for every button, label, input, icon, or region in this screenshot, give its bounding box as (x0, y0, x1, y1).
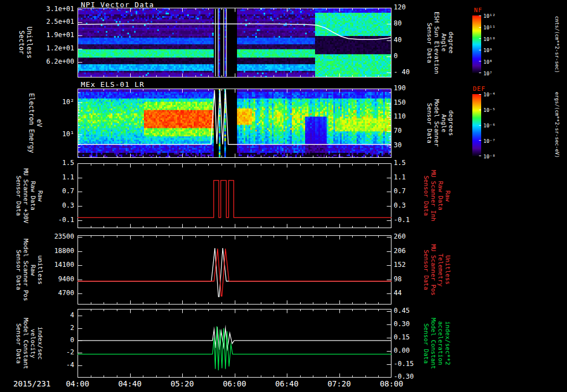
panel4-rtick-1: 206 (394, 247, 424, 255)
panel5-ytick-1: 2 (44, 324, 74, 332)
time-tick-1: 04:40 (114, 380, 147, 388)
panel2-ytick-1: 10¹ (44, 131, 74, 138)
panel2-right-label: Sensor Data Model Scanner Angle degrees (425, 89, 454, 158)
colorbar2-tick-3: 10⁻⁷ (483, 138, 496, 145)
panel1-ytick-4: 6.2e+00 (44, 58, 74, 65)
panel5-ytick-4: -4 (44, 362, 74, 369)
panel1-ytick-0: 3.1e+01 (44, 6, 74, 13)
panel3-ytick-0: 1.5 (44, 159, 74, 167)
panel4-ytick-2: 14100 (44, 261, 74, 269)
colorbar2-tick-1: 10⁻⁵ (483, 107, 496, 114)
colorbar1-label: NF (474, 7, 482, 14)
panel3-ytick-1: 1.1 (44, 174, 74, 181)
panel1-right-label: Sensor Data ESH Sun Elevation Angle degr… (425, 8, 454, 78)
panel5-ylabel: Sensor Data Model Constant velocity inde… (14, 309, 43, 378)
panel3-ylabel: Sensor Data MU Scanner +30V Raw Data Raw (14, 163, 43, 228)
panel1-ytick-3: 1.2e+01 (44, 45, 74, 52)
scanner-30v-plot (78, 163, 391, 228)
panel3-rtick-4: -0.1 (394, 216, 424, 224)
panel3-ytick-3: 0.3 (44, 202, 74, 209)
panel2-rtick-4: 30 (394, 142, 424, 149)
panel5-rtick-2: 0.15 (394, 334, 424, 341)
panel1-ylabel: Sector Unitless (18, 8, 33, 78)
panel4-ylabel: Sensor Data Model Scanner Pos Raw unitle… (14, 235, 43, 305)
panel4-ytick-4: 4700 (44, 290, 74, 297)
els-spectrogram (78, 89, 391, 158)
panel5-rtick-1: 0.30 (394, 321, 424, 328)
panel1-rtick-1: 80 (394, 20, 424, 27)
panel1-rtick-2: 40 (394, 37, 424, 44)
colorbar1-tick-0: 10¹² (483, 13, 496, 20)
panel4-right-label: Sensor Data MU Scanner Pos Telemetry Uni… (422, 235, 451, 305)
panel5-ytick-3: -2 (44, 349, 74, 356)
panel5-right-label: Sensor Data Model Constant acceleration … (422, 309, 451, 378)
time-tick-5: 07:20 (323, 380, 356, 388)
panel1-rtick-0: 120 (394, 4, 424, 11)
colorbar1-tick-5: 10⁷ (483, 70, 492, 78)
panel3-right-label: Sensor Data MU Scanner Inh Raw Data Raw (422, 163, 451, 228)
colorbar1-tick-2: 10¹⁰ (483, 36, 496, 43)
panel1-rtick-3: 0 (394, 53, 424, 60)
scanner-pos-plot (78, 235, 391, 305)
time-tick-2: 05:20 (166, 380, 199, 388)
colorbar2-tick-0: 10⁻⁴ (483, 91, 496, 99)
panel2-rtick-2: 110 (394, 113, 424, 120)
panel5-rtick-3: 0.00 (394, 347, 424, 354)
panel1-ytick-2: 1.9e+01 (44, 32, 74, 39)
panel3-rtick-2: 0.7 (394, 188, 424, 195)
colorbar1-tick-4: 10⁸ (483, 59, 492, 66)
panel2-rtick-3: 70 (394, 127, 424, 135)
colorbar2-tick-2: 10⁻⁶ (483, 122, 496, 130)
panel2-rtick-1: 150 (394, 99, 424, 106)
science-plot-page: NPI Vector Data MEx ELS-01 LR Sector Uni… (0, 0, 567, 392)
panel4-ytick-3: 9400 (44, 276, 74, 283)
model-constant-plot (78, 309, 391, 378)
panel2-title: MEx ELS-01 LR (81, 80, 145, 89)
panel2-ytick-0: 10² (44, 99, 74, 106)
panel5-rtick-0: 0.45 (394, 307, 424, 314)
time-tick-3: 06:00 (218, 380, 251, 388)
panel3-rtick-3: 0.3 (394, 202, 424, 209)
panel5-ytick-0: 4 (44, 312, 74, 319)
panel4-ytick-0: 23500 (44, 233, 74, 240)
panel5-rtick-4: -0.15 (394, 360, 424, 368)
colorbar2-tick-4: 10⁻⁸ (483, 153, 496, 161)
time-tick-4: 06:40 (270, 380, 303, 388)
panel3-rtick-0: 1.5 (394, 159, 424, 167)
colorbar1-tick-1: 10¹¹ (483, 24, 496, 32)
colorbar1-tick-3: 10⁹ (483, 47, 492, 54)
panel3-ytick-4: -0.1 (44, 216, 74, 224)
time-tick-0: 04:00 (61, 380, 94, 388)
colorbar1 (472, 16, 481, 73)
panel3-rtick-1: 1.1 (394, 174, 424, 181)
panel4-ytick-1: 18800 (44, 247, 74, 255)
panel5-ytick-2: 0 (44, 337, 74, 344)
panel4-rtick-4: 44 (394, 290, 424, 297)
panel1-ytick-1: 2.5e+01 (44, 18, 74, 25)
npi-spectrogram (78, 8, 391, 78)
colorbar2-units: ergs/(cm**2-sr-sec-eV) (554, 90, 560, 160)
panel1-rtick-4: - 40 (394, 69, 424, 76)
colorbar2 (472, 94, 481, 156)
panel4-rtick-3: 98 (394, 276, 424, 283)
date-label: 2015/231 (13, 380, 50, 388)
time-tick-6: 08:00 (375, 380, 408, 388)
panel4-rtick-2: 152 (394, 261, 424, 269)
panel4-rtick-0: 260 (394, 233, 424, 240)
panel2-ylabel: Electron Energy eV (28, 89, 43, 158)
colorbar1-units: cnts/(cm**2-sr-sec) (554, 11, 560, 78)
panel2-rtick-0: 190 (394, 85, 424, 92)
panel3-ytick-2: 0.7 (44, 188, 74, 195)
